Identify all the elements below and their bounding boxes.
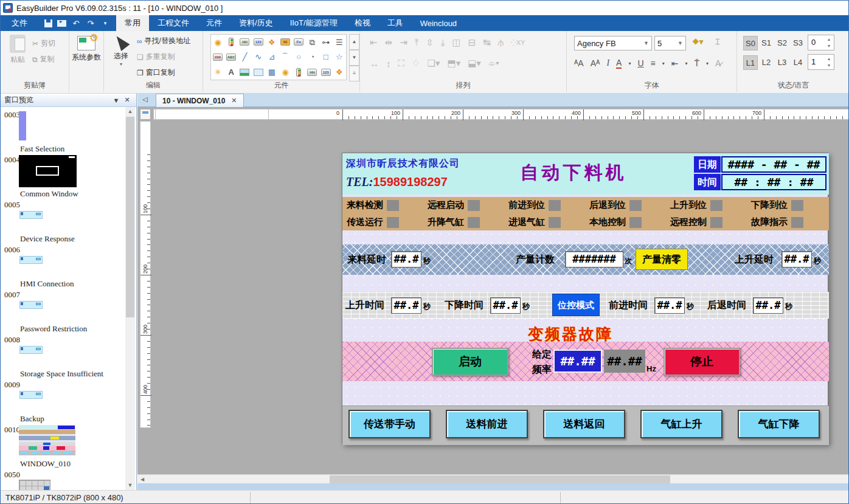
indicator-lift-cylinder[interactable]: 升降气缸 — [423, 214, 504, 230]
indicator-remote-start[interactable]: 远程启动 — [423, 197, 504, 213]
tab-scroll-left-icon[interactable]: ◁ — [142, 95, 147, 103]
rise-delay-input[interactable]: ##.# — [781, 251, 812, 268]
components-scroll-down-icon[interactable]: ▼ — [349, 50, 359, 66]
indicator-material-detect[interactable]: 来料检测 — [342, 197, 423, 213]
align-right-icon[interactable]: ⇥ — [400, 37, 407, 48]
distribute-h-icon[interactable]: ↹ — [483, 37, 491, 48]
window-thumbnail-window010[interactable] — [19, 425, 75, 455]
actual-frequency-display[interactable]: ##.## — [604, 350, 645, 373]
fall-time-input[interactable]: ##.# — [490, 297, 521, 314]
simulate-icon[interactable] — [57, 20, 66, 27]
picture-icon[interactable] — [240, 69, 249, 76]
tab-close-icon[interactable]: ✕ — [231, 97, 237, 105]
multi-state-lamp2-icon[interactable] — [296, 68, 301, 77]
hmi-date-display[interactable]: #### - ## - ## — [721, 156, 826, 173]
hmi-company-text[interactable]: 深圳市昕辰技术有限公司 — [346, 157, 460, 170]
slider-icon[interactable]: ⊶ — [322, 38, 330, 46]
tab-view[interactable]: 检视 — [346, 15, 379, 31]
indicator-rise-in-place[interactable]: 上升到位 — [666, 197, 747, 213]
align-middle-icon[interactable]: ⇳ — [426, 37, 434, 48]
state-s0-button[interactable]: S0 — [743, 36, 758, 50]
resize-width-icon[interactable]: ↔ — [370, 58, 379, 69]
window-thumbnail-dialog[interactable] — [19, 391, 43, 399]
circle-icon[interactable]: ○ — [296, 53, 301, 61]
count-display[interactable]: ####### — [565, 251, 623, 268]
components-scroll-up-icon[interactable]: ▲ — [349, 34, 359, 50]
resize-height-icon[interactable]: ↕ — [386, 58, 391, 69]
cylinder-down-button[interactable]: 气缸下降 — [738, 410, 820, 438]
italic-icon[interactable]: I — [606, 58, 609, 68]
system-parameters-button[interactable]: 系统参数 — [71, 36, 102, 63]
indicator-conveyor-running[interactable]: 传送运行 — [342, 214, 423, 230]
state-s2-button[interactable]: S2 — [775, 36, 789, 50]
sidebar-scrollbar[interactable]: ▲ ▼ — [125, 107, 135, 490]
polyline-icon[interactable]: ⊿ — [268, 53, 275, 61]
window-thumbnail-dialog[interactable] — [19, 346, 43, 354]
panel-icon[interactable] — [254, 69, 263, 76]
position-mode-button[interactable]: 位控模式 — [552, 294, 600, 316]
window-thumbnail-common-window[interactable] — [19, 155, 77, 187]
state-spinner-arrows-icon[interactable]: ▲▼ — [825, 36, 833, 49]
lang-l2-button[interactable]: L2 — [759, 55, 774, 70]
bring-front-icon[interactable]: ⬒▾ — [447, 58, 460, 69]
blink-rays-icon[interactable]: ✳ — [215, 68, 221, 76]
state-spinner[interactable]: 0▲▼ — [808, 35, 834, 50]
set-word-tag2-icon[interactable]: ❖ — [336, 68, 343, 76]
tab-weincloud[interactable]: Weincloud — [412, 15, 465, 31]
rectangle-icon[interactable]: □ — [324, 53, 328, 61]
count-clear-button[interactable]: 产量清零 — [636, 249, 688, 270]
document-tab-window010[interactable]: 10 - WINDOW_010 ✕ — [156, 94, 244, 107]
backward-time-input[interactable]: ##.# — [753, 297, 783, 314]
text-icon[interactable]: A — [229, 68, 234, 76]
window-item-0009[interactable]: 0009 Backup — [1, 380, 122, 425]
set-frequency-input[interactable]: ##.## — [553, 350, 602, 373]
star-icon[interactable]: ☆ — [336, 53, 343, 61]
increase-font-icon[interactable]: ᴬA — [574, 58, 584, 68]
clear-format-icon[interactable]: A̷ — [715, 58, 721, 68]
state-s1-button[interactable]: S1 — [759, 36, 774, 50]
qat-dropdown-icon[interactable]: ▾ — [100, 20, 110, 26]
feed-return-button[interactable]: 送料返回 — [543, 410, 625, 438]
send-back-icon[interactable]: ⬓▾ — [468, 58, 481, 69]
distribute-v-icon[interactable]: ⫛ — [498, 37, 504, 48]
hmi-time-display[interactable]: ## : ## : ## — [721, 174, 826, 190]
text-cursor-icon[interactable]: ⌶ — [715, 37, 720, 47]
v-align-icon[interactable]: T̄ — [694, 58, 699, 68]
set-word-tag-icon[interactable]: ❖ — [268, 38, 275, 46]
arc-icon[interactable]: ⌒ — [282, 53, 289, 61]
ascii-display-icon[interactable]: ABC — [226, 54, 236, 61]
format-painter-icon[interactable]: ❖▾ — [692, 37, 703, 46]
hmi-time-label[interactable]: 时间 — [694, 174, 721, 190]
decrease-font-icon[interactable]: Aᴬ — [591, 58, 600, 68]
tab-iiot-energy[interactable]: IIoT/能源管理 — [282, 15, 346, 31]
font-size-select[interactable]: 5▼ — [654, 36, 686, 50]
indicator-local-control[interactable]: 本地控制 — [585, 214, 666, 230]
save-icon[interactable] — [44, 19, 52, 27]
toggle-switch-key2-icon[interactable]: HH — [307, 69, 317, 76]
pie-icon[interactable]: ◔ — [310, 53, 315, 61]
tab-object[interactable]: 元件 — [198, 15, 230, 31]
window-item-0005[interactable]: 0005 Device Response — [1, 200, 122, 245]
align-text-icon[interactable]: ≡ — [651, 58, 656, 68]
scroll-down-icon[interactable]: ▼ — [125, 481, 135, 490]
align-top-icon[interactable]: ⤒ — [415, 37, 419, 48]
sidebar-scroll-thumb[interactable] — [126, 117, 134, 317]
window-item-0050[interactable]: 0050 — [1, 470, 122, 490]
window-item-0008[interactable]: 0008 Storage Space Insufficient — [1, 335, 122, 380]
select-button[interactable]: 选择 ▾ — [109, 35, 133, 67]
canvas-horizontal-scrollbar[interactable]: ◀ — [137, 474, 849, 483]
align-bottom-icon[interactable]: ⤓ — [441, 37, 445, 48]
undo-icon[interactable]: ↶ — [71, 19, 81, 28]
tab-tool[interactable]: 工具 — [379, 15, 412, 31]
indicator-remote-control[interactable]: 远程控制 — [666, 214, 747, 230]
same-width-icon[interactable]: ◫ — [452, 37, 461, 48]
components-expand-icon[interactable]: ≡ — [349, 66, 359, 81]
window-item-0007[interactable]: 0007 Password Restriction — [1, 290, 122, 335]
resize-both-icon[interactable]: ⛶ — [398, 58, 405, 69]
numeric-key-icon[interactable]: 123 — [254, 38, 263, 46]
multi-state-switch-icon[interactable]: ⧉ — [310, 38, 315, 46]
tab-home[interactable]: 常用 — [116, 15, 149, 31]
indicator-fault[interactable]: 故障指示 — [747, 214, 828, 230]
forward-time-input[interactable]: ##.# — [654, 297, 685, 314]
window-thumbnail-fast-selection[interactable] — [19, 111, 26, 140]
